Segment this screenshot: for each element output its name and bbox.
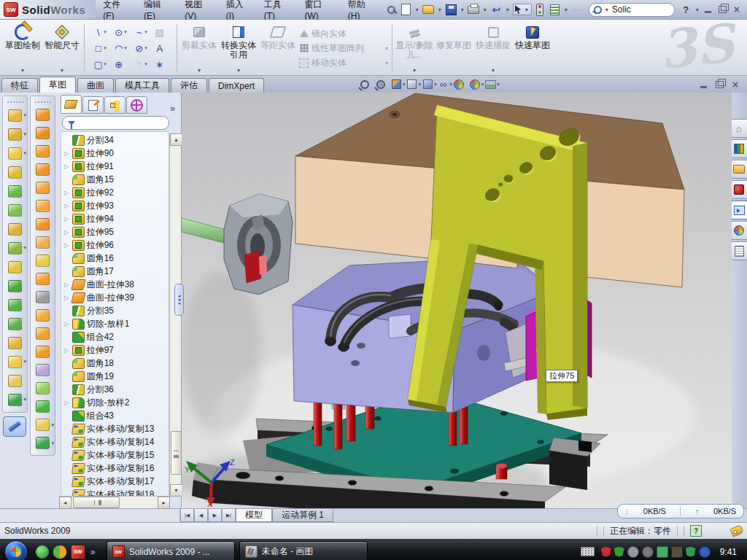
taskbar-clock[interactable]: 9:41 [717,547,743,557]
print-dropdown[interactable] [482,7,488,13]
toolbar-button[interactable]: ▾ [31,142,55,160]
expand-arrow[interactable]: ▷ [63,347,70,354]
tree-filter-input[interactable] [62,116,169,130]
toolbar-dropdown[interactable]: ▾ [23,112,26,118]
options-dropdown[interactable] [563,7,569,13]
toolbar-dropdown[interactable]: ▾ [23,397,26,402]
toolbar-button[interactable]: ▾ [31,361,55,379]
options-checklist-button[interactable] [549,4,561,16]
toolbar-button[interactable]: ▾ [3,371,27,390]
sketch-entity-button[interactable]: A ▾ [151,40,171,56]
new-document-button[interactable] [400,4,412,16]
tree-item[interactable]: ▷ 拉伸97 [61,343,169,357]
command-tab[interactable]: 草图 [39,77,76,93]
search-scope-dropdown[interactable] [604,7,610,13]
red-insert[interactable] [244,251,261,283]
tree-item[interactable]: ▷ 拉伸90 [61,147,169,160]
pin-icon[interactable] [385,4,398,16]
toolbar-button[interactable]: ▾ [3,257,27,276]
toolbar-dropdown[interactable]: ▾ [23,245,26,251]
expand-arrow[interactable]: ▷ [63,150,70,157]
toolbar-dropdown[interactable]: ▾ [23,150,26,156]
toolbar-button[interactable]: ▾ [3,201,27,219]
tree-item[interactable]: ▷ 切除-放样1 [61,317,169,330]
menu-item[interactable]: 帮助(H) [341,0,382,19]
expand-arrow[interactable]: ▷ [63,203,70,209]
tree-item[interactable]: ▷ 圆角17 [61,265,169,278]
rebuild-traffic-light-icon[interactable] [534,4,546,16]
tree-item[interactable]: ▷ 圆角16 [61,252,169,265]
open-button[interactable] [422,4,435,16]
command-dropdown[interactable]: ▾ [21,68,24,75]
menu-item[interactable]: 工具(T) [257,0,298,19]
command-button[interactable]: 显示/删除几... ▾ [395,21,434,75]
menu-item[interactable]: 视图(V) [177,0,218,19]
command-button[interactable]: 草图绘制 ▾ [3,21,42,75]
expand-arrow[interactable]: ▷ [63,216,70,222]
toolbar-button[interactable]: ▾ [3,125,27,144]
taskpane-tab[interactable] [730,221,747,240]
command-button[interactable]: 快速捕捉 ▾ [473,21,513,75]
command-dropdown[interactable]: ▾ [198,68,201,75]
prev-tab-button[interactable]: ◀ [194,509,208,522]
toolbar-button[interactable]: ▾ [3,352,27,371]
tree-item[interactable]: ▷ 圆角18 [61,357,169,370]
toolbar-dropdown[interactable]: ▾ [51,440,54,446]
sketch-entity-button[interactable]: ▧ ▾ [151,24,171,40]
expand-arrow[interactable]: ▷ [63,242,70,249]
tray-icon[interactable] [671,546,683,558]
hud-button[interactable]: ▾ [422,79,438,90]
expand-arrow[interactable]: ▷ [63,321,70,327]
toolbar-overflow[interactable]: ⋯ [571,4,584,16]
toolbar-button[interactable]: ▾ [31,252,55,270]
tree-item[interactable]: ▷ 实体-移动/复制17 [61,475,169,488]
tree-item[interactable]: ▷ 实体-移动/复制14 [61,435,169,448]
taskbar-window-button[interactable]: 未命名 - 画图 [239,541,368,560]
restore-button[interactable] [719,6,727,13]
model-tab[interactable]: 运动算例 1 [272,509,333,522]
tray-icon[interactable] [686,547,696,557]
taskpane-tab[interactable] [730,139,747,158]
tray-icon[interactable] [699,546,711,558]
tree-item[interactable]: ▷ 拉伸91 [61,160,169,173]
toolbar-button[interactable]: ▾ [31,288,55,306]
hud-dropdown[interactable]: ▾ [497,82,500,88]
language-bar-keyboard-icon[interactable] [581,547,595,556]
toolbar-button[interactable]: ▾ [31,106,55,124]
tray-icon[interactable] [601,547,611,557]
next-tab-button[interactable]: ▶ [208,509,222,522]
tree-item[interactable]: ▷ 圆角15 [61,173,169,186]
tree-horizontal-scrollbar[interactable]: ◄ ► [59,496,170,508]
sketch-entity-button[interactable]: ⊙ ▾ [110,24,131,40]
tray-icon[interactable] [642,546,654,558]
hud-dropdown[interactable]: ▾ [419,82,422,88]
toolbar-button[interactable]: ▾ [31,215,55,233]
tray-icon[interactable] [657,546,668,558]
doc-restore-button[interactable] [716,81,724,88]
expand-arrow[interactable]: ▷ [63,400,70,406]
toolbar-button[interactable]: ▾ [31,160,55,179]
horizontal-scroll-thumb[interactable] [73,497,120,508]
save-button[interactable] [445,4,457,16]
toolbar-button[interactable]: ▾ [31,197,55,215]
entity-dropdown[interactable]: ▾ [144,45,147,51]
menu-item[interactable]: 编辑(E) [136,0,177,19]
command-tab[interactable]: 模具工具 [115,78,169,93]
save-dropdown[interactable] [460,7,465,13]
tree-item[interactable]: ▷ 曲面-拉伸39 [61,291,169,304]
toolbar-button[interactable]: ▾ [3,276,27,295]
minimize-button[interactable] [705,11,711,13]
command-row[interactable]: 镜向实体 ▾ [299,28,388,40]
taskpane-tab[interactable] [730,241,747,260]
toolbar-button[interactable]: ▾ [31,379,55,397]
command-button[interactable]: 修复草图 ▾ [434,21,473,75]
first-tab-button[interactable]: |◀ [180,509,194,522]
open-dropdown[interactable] [437,7,443,13]
command-button[interactable]: 转换实体引用 ▾ [219,21,258,75]
quick-launch-icon[interactable] [36,545,49,559]
panel-tab[interactable] [104,96,125,114]
toolbar-button[interactable]: ▾ [3,106,27,125]
entity-dropdown[interactable]: ▾ [104,61,107,67]
tree-item[interactable]: ▷ 实体-移动/复制13 [61,422,169,435]
panel-tab[interactable] [61,95,82,114]
